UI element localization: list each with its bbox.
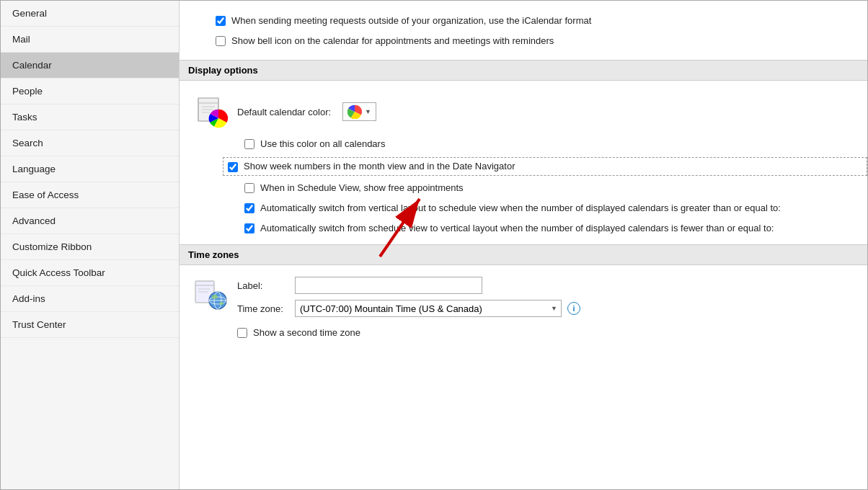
main-content: When sending meeting requests outside of… <box>180 1 867 350</box>
sidebar-item-add-ins[interactable]: Add-ins <box>1 286 179 312</box>
option-row-show-bell: Show bell icon on the calendar for appoi… <box>194 31 853 51</box>
label-field-row: Label: <box>237 277 853 294</box>
sidebar-item-search[interactable]: Search <box>1 130 179 156</box>
sidebar-item-ease-of-access[interactable]: Ease of Access <box>1 182 179 208</box>
sidebar-item-general[interactable]: General <box>1 1 179 27</box>
label-show-week-numbers: Show week numbers in the month view and … <box>244 161 515 172</box>
main-content-wrapper: When sending meeting requests outside of… <box>180 1 867 489</box>
option-row-second-timezone: Show a second time zone <box>237 323 853 343</box>
sidebar-item-quick-access-toolbar[interactable]: Quick Access Toolbar <box>1 260 179 286</box>
sidebar-item-tasks[interactable]: Tasks <box>1 104 179 130</box>
timezone-globe-icon <box>194 277 227 310</box>
display-options-color-row: Default calendar color: ▼ <box>180 85 867 134</box>
checkbox-show-week-numbers[interactable] <box>228 162 238 172</box>
option-row-auto-switch-schedule: Automatically switch from schedule view … <box>223 218 867 239</box>
label-show-bell: Show bell icon on the calendar for appoi… <box>231 35 554 48</box>
timezone-select[interactable]: (UTC-07:00) Mountain Time (US & Canada) <box>295 300 562 317</box>
label-text-input[interactable] <box>295 277 482 294</box>
label-use-color: Use this color on all calendars <box>260 138 385 151</box>
display-checkboxes: Use this color on all calendars Show wee… <box>180 134 867 239</box>
svg-point-18 <box>219 302 223 305</box>
globe-svg <box>194 277 227 310</box>
calendar-icon-area <box>194 94 230 130</box>
dropdown-arrow-icon: ▼ <box>365 108 371 115</box>
timezone-field-row: Time zone: (UTC-07:00) Mountain Time (US… <box>237 300 853 317</box>
label-auto-switch-vertical: Automatically switch from vertical layou… <box>260 202 781 215</box>
time-zones-header: Time zones <box>180 244 867 265</box>
label-field-label: Label: <box>237 280 289 291</box>
label-second-timezone: Show a second time zone <box>253 326 360 339</box>
checkbox-auto-switch-schedule[interactable] <box>244 223 254 233</box>
timezone-select-wrapper: (UTC-07:00) Mountain Time (US & Canada) <box>295 300 562 317</box>
display-options-header: Display options <box>180 60 867 81</box>
sidebar-item-customize-ribbon[interactable]: Customize Ribbon <box>1 234 179 260</box>
checkbox-send-meeting[interactable] <box>216 16 226 26</box>
svg-point-17 <box>212 295 218 299</box>
sidebar-item-trust-center[interactable]: Trust Center <box>1 312 179 338</box>
top-options-section: When sending meeting requests outside of… <box>180 1 867 54</box>
sidebar-item-mail[interactable]: Mail <box>1 27 179 53</box>
label-send-meeting: When sending meeting requests outside of… <box>231 14 591 27</box>
sidebar: GeneralMailCalendarPeopleTasksSearchLang… <box>1 1 180 489</box>
checkbox-use-color[interactable] <box>244 139 254 149</box>
color-label: Default calendar color: <box>237 107 331 117</box>
timezone-fields: Label: Time zone: (UTC-07:00) Mountain T… <box>237 277 853 343</box>
info-icon[interactable]: i <box>567 302 580 315</box>
calendar-color-icon <box>195 95 229 128</box>
option-row-show-week-numbers: Show week numbers in the month view and … <box>223 157 867 176</box>
label-show-free: When in Schedule View, show free appoint… <box>260 182 464 195</box>
option-row-show-free: When in Schedule View, show free appoint… <box>223 178 867 198</box>
option-row-use-color: Use this color on all calendars <box>223 134 867 154</box>
color-dropdown-button[interactable]: ▼ <box>342 102 376 121</box>
option-row-auto-switch-vertical: Automatically switch from vertical layou… <box>223 198 867 218</box>
checkbox-second-timezone[interactable] <box>237 328 247 338</box>
color-wheel-icon <box>347 104 362 119</box>
checkbox-show-free[interactable] <box>244 183 254 193</box>
sidebar-item-language[interactable]: Language <box>1 156 179 182</box>
time-zones-inner: Label: Time zone: (UTC-07:00) Mountain T… <box>180 270 867 350</box>
checkbox-show-bell[interactable] <box>216 36 226 46</box>
option-row-send-meeting: When sending meeting requests outside of… <box>194 11 853 31</box>
sidebar-item-calendar[interactable]: Calendar <box>1 53 179 79</box>
checkbox-auto-switch-vertical[interactable] <box>244 203 254 213</box>
sidebar-item-advanced[interactable]: Advanced <box>1 208 179 234</box>
sidebar-item-people[interactable]: People <box>1 79 179 104</box>
timezone-field-label: Time zone: <box>237 303 289 314</box>
label-auto-switch-schedule: Automatically switch from schedule view … <box>260 222 774 235</box>
